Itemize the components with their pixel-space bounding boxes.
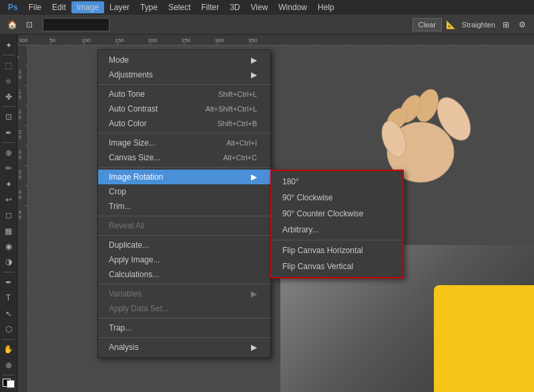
menu-3d[interactable]: 3D xyxy=(224,1,245,13)
tool-zoom[interactable]: ⊕ xyxy=(1,358,16,372)
tool-brush[interactable]: ✏ xyxy=(1,162,16,176)
menu-type[interactable]: Type xyxy=(135,1,163,13)
menu-edit[interactable]: Edit xyxy=(47,1,71,13)
apply-image-label: Apply Image... xyxy=(109,255,160,264)
svg-text:3: 3 xyxy=(19,150,21,154)
menu-image[interactable]: Image xyxy=(71,1,104,13)
menu-sep-8 xyxy=(98,337,270,338)
analysis-arrow-icon: ▶ xyxy=(251,343,257,352)
svg-text:50: 50 xyxy=(49,37,55,43)
crop-options-icon[interactable]: ⊡ xyxy=(23,18,36,31)
tool-sep-2 xyxy=(3,106,15,107)
menu-item-auto-color[interactable]: Auto Color Shift+Ctrl+B xyxy=(98,116,270,131)
menu-item-reveal-all: Reveal All xyxy=(98,218,270,233)
tool-quick-select[interactable]: ✤ xyxy=(1,89,16,104)
clear-button[interactable]: Clear xyxy=(413,18,442,31)
content-area: unnamed... × 300 50 100 150 200 250 xyxy=(17,35,534,392)
yellow-device xyxy=(434,285,534,392)
tool-history[interactable]: ↩ xyxy=(1,192,16,206)
menu-item-apply-image[interactable]: Apply Image... xyxy=(98,252,270,267)
svg-text:5: 5 xyxy=(19,95,21,100)
menu-item-duplicate[interactable]: Duplicate... xyxy=(98,238,270,252)
tool-rect-select[interactable]: ⬚ xyxy=(1,58,16,72)
tool-type[interactable]: T xyxy=(1,291,16,305)
angle-input[interactable] xyxy=(43,18,109,31)
menu-item-adjustments-label: Adjustments xyxy=(109,70,153,79)
rotation-arbitrary[interactable]: Arbitrary... xyxy=(272,222,403,238)
settings-icon[interactable]: ⚙ xyxy=(515,18,529,31)
menu-window[interactable]: Window xyxy=(273,1,312,13)
tool-lasso[interactable]: ⌾ xyxy=(1,74,16,88)
rotation-arrow-icon: ▶ xyxy=(251,172,257,182)
tool-sep-6 xyxy=(3,375,15,375)
image-rotation-label: Image Rotation xyxy=(109,172,163,182)
rotation-flip-h[interactable]: Flip Canvas Horizontal xyxy=(272,242,403,258)
image-size-shortcut: Alt+Ctrl+I xyxy=(226,139,257,147)
tool-clone[interactable]: ✦ xyxy=(1,177,16,191)
menu-item-adjustments[interactable]: Adjustments ▶ xyxy=(98,67,270,82)
menu-help[interactable]: Help xyxy=(312,1,340,13)
menu-view[interactable]: View xyxy=(246,1,274,13)
analysis-label: Analysis xyxy=(109,343,139,352)
menu-item-auto-tone[interactable]: Auto Tone Shift+Ctrl+L xyxy=(98,87,270,102)
svg-text:0: 0 xyxy=(19,155,21,160)
menu-item-calculations[interactable]: Calculations... xyxy=(98,267,270,282)
menu-select[interactable]: Select xyxy=(163,1,196,13)
svg-text:5: 5 xyxy=(19,135,21,140)
hand-svg xyxy=(360,65,481,186)
ruler-h-marks: 300 50 100 150 200 250 300 350 xyxy=(17,35,534,45)
rotation-flip-v[interactable]: Flip Canvas Vertical xyxy=(272,258,403,274)
menu-item-trim[interactable]: Trim... xyxy=(98,199,270,214)
menu-item-image-size[interactable]: Image Size... Alt+Ctrl+I xyxy=(98,136,270,150)
tool-eraser[interactable]: ◻ xyxy=(1,208,16,222)
svg-text:0: 0 xyxy=(19,195,21,200)
straighten-icon[interactable]: 📐 xyxy=(445,18,458,31)
menu-item-auto-contrast[interactable]: Auto Contrast Alt+Shift+Ctrl+L xyxy=(98,102,270,116)
auto-tone-shortcut: Shift+Ctrl+L xyxy=(218,90,257,98)
reveal-all-label: Reveal All xyxy=(109,221,144,230)
tool-sep-3 xyxy=(3,142,15,143)
adjustments-arrow-icon: ▶ xyxy=(251,70,257,79)
tool-healing[interactable]: ⊕ xyxy=(1,146,16,160)
duplicate-label: Duplicate... xyxy=(109,240,149,250)
tool-move[interactable]: ✦ xyxy=(1,38,16,52)
variables-arrow-icon: ▶ xyxy=(251,289,257,299)
ruler-vertical: 5 1 0 1 5 2 0 2 5 3 0 3 5 4 xyxy=(17,45,28,392)
menu-file[interactable]: File xyxy=(23,1,47,13)
menu-sep-4 xyxy=(98,216,270,216)
tool-gradient[interactable]: ▦ xyxy=(1,224,16,238)
rotation-90ccw[interactable]: 90° Counter Clockwise xyxy=(272,206,403,222)
tool-sep-1 xyxy=(3,55,15,55)
grid-icon[interactable]: ⊞ xyxy=(499,18,513,31)
svg-text:200: 200 xyxy=(148,37,158,43)
rotation-90cw[interactable]: 90° Clockwise xyxy=(272,190,403,206)
menu-item-trap[interactable]: Trap... xyxy=(98,321,270,335)
tool-shape[interactable]: ⬡ xyxy=(1,322,16,336)
tool-path-select[interactable]: ↖ xyxy=(1,307,16,321)
menu-filter[interactable]: Filter xyxy=(196,1,224,13)
svg-text:1: 1 xyxy=(19,69,21,74)
left-toolbar: ✦ ⬚ ⌾ ✤ ⊡ ✒ ⊕ ✏ ✦ ↩ ◻ ▦ ◉ ◑ ✒ T ↖ ⬡ ✋ ⊕ xyxy=(0,35,17,392)
svg-text:5: 5 xyxy=(19,215,21,220)
rotation-submenu: 180° 90° Clockwise 90° Counter Clockwise… xyxy=(270,170,404,278)
svg-text:2: 2 xyxy=(19,110,21,114)
menu-ps-logo[interactable]: Ps xyxy=(3,1,23,13)
rotation-180[interactable]: 180° xyxy=(272,174,403,190)
menu-item-crop[interactable]: Crop xyxy=(98,184,270,199)
crop-label: Crop xyxy=(109,187,126,196)
menu-layer[interactable]: Layer xyxy=(104,1,135,13)
menu-item-canvas-size[interactable]: Canvas Size... Alt+Ctrl+C xyxy=(98,150,270,165)
tool-eyedropper[interactable]: ✒ xyxy=(1,126,16,140)
tool-crop[interactable]: ⊡ xyxy=(1,110,16,124)
svg-text:0: 0 xyxy=(19,115,21,120)
tool-hand[interactable]: ✋ xyxy=(1,343,16,357)
menu-item-mode[interactable]: Mode ▶ xyxy=(98,53,270,67)
home-icon[interactable]: 🏠 xyxy=(5,18,19,31)
tool-blur[interactable]: ◉ xyxy=(1,239,16,253)
menu-item-analysis[interactable]: Analysis ▶ xyxy=(98,340,270,355)
tool-dodge[interactable]: ◑ xyxy=(1,255,16,269)
foreground-bg-colors[interactable] xyxy=(3,379,15,388)
menu-item-image-rotation[interactable]: Image Rotation ▶ xyxy=(98,170,270,184)
image-menu-dropdown: Mode ▶ Adjustments ▶ Auto Tone Shift+Ctr… xyxy=(97,49,271,358)
tool-pen[interactable]: ✒ xyxy=(1,275,16,289)
